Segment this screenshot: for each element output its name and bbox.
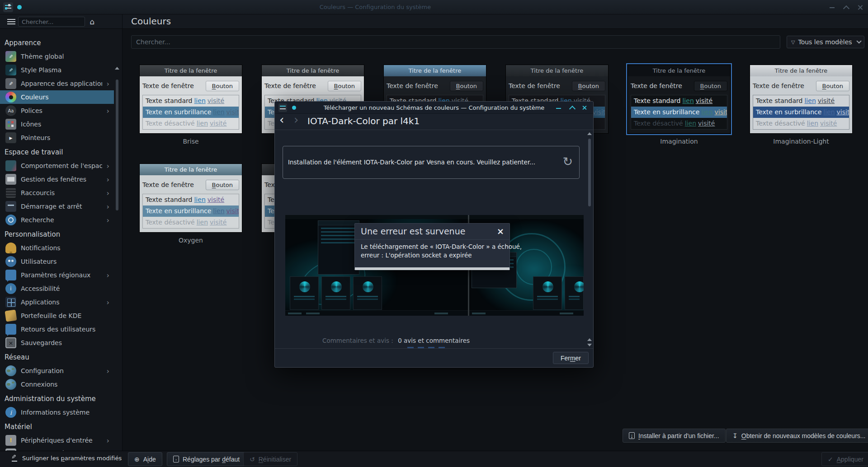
preview-highlight-text: Texte en surbrillancelienvisité [143,205,239,217]
locale-icon [5,270,16,280]
scroll-down-icon[interactable] [587,344,592,346]
preview-button: Bouton [328,81,361,91]
get-new-schemes-button[interactable]: ↧ Obtenir de nouveaux modèles de couleur… [726,429,868,443]
sidebar-item-label: Périphériques d'entrée [21,437,102,444]
preview-text-box: Texte standardlienvisité Texte en surbri… [631,95,727,130]
sidebar-item-display[interactable]: Affichage et Écran› [0,447,114,451]
preview-highlight-text: Texte en surbrillancelienvisité [753,107,849,118]
sidebar-section-header: Personnalisation [0,228,114,241]
minimize-icon[interactable] [555,105,562,111]
sidebar-item-workspace[interactable]: Comportement de l'espace d...› [0,159,114,173]
scroll-up-icon[interactable] [587,338,592,341]
close-dialog-button[interactable]: Fermer [553,352,589,364]
sidebar-item-globe2[interactable]: Connexions [0,378,114,391]
sidebar-item-input[interactable]: Périphériques d'entrée› [0,434,114,447]
sidebar-item-label: Configuration [21,367,102,374]
scrollbar-thumb[interactable] [116,79,118,210]
scheme-card[interactable]: Titre de la fenêtre Texte de fenêtre Bou… [139,163,242,245]
preview-button: Bouton [450,81,483,91]
sidebar-item-search[interactable]: Recherche› [0,213,114,227]
import-file-icon: ↓ [629,432,635,439]
close-icon[interactable]: × [497,226,504,236]
preview-window-titlebar: Titre de la fenêtre [140,164,242,175]
maximize-icon[interactable] [843,4,850,10]
link-sample: lien [682,97,693,104]
close-icon[interactable] [857,4,864,10]
backup-icon [5,337,16,348]
startup-icon [5,201,16,212]
menu-icon[interactable] [6,18,16,26]
sidebar-item-globe[interactable]: Configuration› [0,364,114,378]
sidebar-item-startup[interactable]: Démarrage et arrêt› [0,200,114,213]
scheme-card[interactable]: Titre de la fenêtre Texte de fenêtre Bou… [627,65,731,146]
sidebar-item-feedback[interactable]: Retours des utilisateurs [0,322,114,336]
preview-window-body: Texte de fenêtre Bouton Texte standardli… [140,76,242,133]
sidebar-item-label: Utilisateurs [21,258,114,265]
comments-value[interactable]: 0 avis et commentaires [398,337,470,344]
scroll-up-icon[interactable] [587,132,592,135]
cursors-icon [5,132,16,143]
sidebar-item-icons[interactable]: Icônes [0,117,114,131]
sidebar-item-wallet[interactable]: Portefeuille de KDE [0,309,114,322]
highlight-changed-settings-toggle[interactable]: Surligner les paramètres modifiés [11,454,122,462]
preview-window-text: Texte de fenêtre [753,82,804,89]
apply-button[interactable]: ✓ Appliquer [821,452,868,466]
help-button[interactable]: ⊕ Aide [128,452,162,466]
info-icon [5,407,16,418]
preview-button: Bouton [206,81,239,91]
close-icon[interactable] [581,105,589,111]
chevron-right-icon: › [107,189,114,197]
scroll-up-icon[interactable] [115,67,119,70]
chevron-right-icon: › [107,271,114,280]
sidebar-item-backup[interactable]: Sauvegardes [0,336,114,350]
sidebar-search-input[interactable] [18,17,85,27]
sidebar-item-locale[interactable]: Paramètres régionaux› [0,268,114,282]
link-sample: lien [197,219,208,226]
sidebar-item-cursors[interactable]: Pointeurs [0,131,114,145]
scheme-card[interactable]: Titre de la fenêtre Texte de fenêtre Bou… [750,65,853,146]
sidebar-divider [122,14,123,451]
sidebar-item-bell[interactable]: Notifications [0,241,114,255]
sidebar-item-shortcuts[interactable]: Raccourcis› [0,186,114,200]
sidebar-item-info[interactable]: Informations système [0,406,114,419]
scheme-card[interactable]: Titre de la fenêtre Texte de fenêtre Bou… [139,65,242,146]
reset-button[interactable]: ↺ Réinitialiser [243,452,297,466]
sidebar-item-colors[interactable]: Couleurs [0,90,114,104]
forward-icon[interactable]: › [294,113,298,126]
preview-window-titlebar: Titre de la fenêtre [262,65,364,76]
visited-link-sample: visité [837,108,849,116]
visited-link-sample: visité [226,108,239,116]
window-title: Couleurs — Configuration du système [320,4,431,10]
sidebar-item-label: Gestion des fenêtres [21,176,102,183]
filter-dropdown[interactable]: ▽ Tous les modèles [787,36,864,48]
sidebar-item-global-theme[interactable]: Thème global [0,50,114,63]
dialog-scrollbar[interactable] [587,132,592,349]
sidebar-scrollbar[interactable] [115,65,119,451]
install-from-file-button[interactable]: ↓ Installer à partir d'un fichier... [623,429,726,443]
shortcuts-icon [5,187,16,198]
minimize-icon[interactable] [829,4,836,10]
chevron-right-icon: › [107,298,114,307]
defaults-button[interactable]: · Réglages par défaut [167,452,246,466]
chevron-right-icon: › [107,436,114,445]
preview-window-text: Texte de fenêtre [387,82,438,89]
preview-standard-text: Texte standardlienvisité [143,95,239,107]
preview-window-titlebar: Titre de la fenêtre [506,65,608,76]
home-icon[interactable]: ⌂ [87,16,98,27]
scrollbar-thumb[interactable] [588,139,591,206]
sidebar-item-apps[interactable]: Applications› [0,295,114,309]
sidebar-item-plasma-style[interactable]: Style Plasma [0,63,114,77]
chevron-right-icon: › [107,216,114,224]
sidebar-item-windows[interactable]: Gestion des fenêtres› [0,173,114,186]
sidebar-item-label: Icônes [21,121,114,128]
sidebar-item-app-style[interactable]: Apparence des applications› [0,77,114,90]
sidebar-item-users[interactable]: Utilisateurs [0,255,114,268]
preview-window-titlebar: Titre de la fenêtre [384,65,486,76]
sidebar-item-fonts[interactable]: Polices› [0,104,114,117]
maximize-icon[interactable] [569,105,576,111]
link-sample: lien [194,97,205,104]
sidebar-item-access[interactable]: Accessibilité [0,282,114,295]
chevron-right-icon: › [107,367,114,375]
schemes-search-input[interactable] [131,35,780,49]
back-icon[interactable]: ‹ [279,113,284,126]
